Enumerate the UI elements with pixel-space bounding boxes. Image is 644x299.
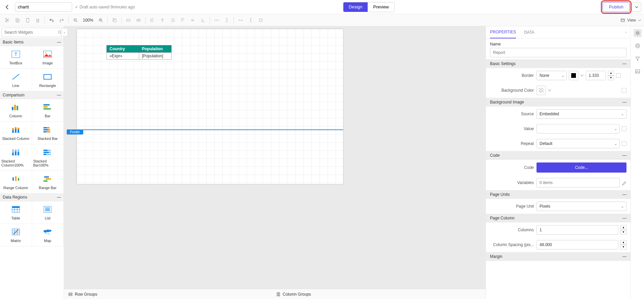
widget-range-bar[interactable]: Range Bar: [32, 171, 64, 193]
delete-icon[interactable]: [33, 16, 42, 25]
collapse-widgets-button[interactable]: ‹: [61, 28, 68, 36]
widget-group-data-regions[interactable]: Data Regions—: [0, 193, 64, 201]
edit-icon[interactable]: [622, 180, 626, 185]
align-middle-icon[interactable]: [188, 16, 197, 25]
align-center-icon[interactable]: [158, 16, 167, 25]
copy-icon[interactable]: [13, 16, 22, 25]
rectangle-icon: [42, 72, 53, 82]
columns-input[interactable]: [536, 225, 618, 235]
repeat-advanced-toggle[interactable]: [622, 141, 626, 146]
section-margin[interactable]: Margin—: [486, 252, 631, 261]
border-width-spinner[interactable]: ▲▼: [608, 71, 614, 80]
size-height-icon[interactable]: [246, 16, 255, 25]
search-widgets-input[interactable]: [1, 28, 66, 37]
table-cell-expr[interactable]: «Expr»: [107, 53, 139, 60]
widget-column[interactable]: Column: [0, 99, 32, 122]
section-page-column[interactable]: Page Column—: [486, 214, 631, 222]
database-icon[interactable]: [634, 42, 642, 50]
zoom-out-icon[interactable]: [71, 16, 80, 25]
widget-matrix[interactable]: Matrix: [0, 224, 32, 246]
widget-group-comparison[interactable]: Comparison—: [0, 91, 64, 99]
design-canvas[interactable]: Country Population «Expr» [Population] F…: [64, 26, 486, 289]
distribute-v-icon[interactable]: [222, 16, 232, 25]
widget-image[interactable]: Image: [32, 46, 64, 69]
widget-textbox[interactable]: T TextBox: [0, 46, 32, 69]
widget-group-basic[interactable]: Basic Items—: [0, 38, 64, 46]
align-top-icon[interactable]: [178, 16, 187, 25]
widget-line[interactable]: Line: [0, 69, 32, 91]
border-width-input[interactable]: [586, 71, 606, 80]
table-header-country[interactable]: Country: [107, 46, 139, 53]
widget-stacked-bar-100[interactable]: Stacked Bar100%: [32, 144, 64, 171]
value-advanced-toggle[interactable]: [622, 126, 626, 131]
undo-icon[interactable]: [47, 16, 56, 25]
border-advanced-toggle[interactable]: [616, 73, 621, 78]
footer-divider[interactable]: [77, 129, 343, 130]
widget-stacked-column-100[interactable]: Stacked Column100%: [0, 144, 32, 171]
tab-properties[interactable]: PROPERTIES: [490, 26, 516, 38]
size-width-icon[interactable]: [236, 16, 245, 25]
publish-button[interactable]: Publish: [603, 2, 630, 12]
report-table[interactable]: Country Population «Expr» [Population]: [106, 45, 172, 60]
merge-icon[interactable]: [124, 16, 133, 25]
distribute-h-icon[interactable]: [212, 16, 221, 25]
border-style-select[interactable]: None: [536, 71, 567, 80]
zoom-in-icon[interactable]: [96, 16, 105, 25]
cut-icon[interactable]: [3, 16, 12, 25]
value-select[interactable]: [536, 124, 620, 133]
svg-rect-24: [43, 104, 50, 106]
bgcolor-swatch[interactable]: [536, 86, 546, 95]
filter-icon[interactable]: [634, 55, 642, 63]
paste-icon[interactable]: [23, 16, 32, 25]
section-basic-settings[interactable]: Basic Settings—: [486, 59, 631, 68]
widget-rectangle[interactable]: Rectangle: [32, 69, 64, 91]
repeat-select[interactable]: Default: [536, 139, 620, 148]
bgcolor-advanced-toggle[interactable]: [622, 88, 626, 93]
pageunit-select[interactable]: Pixels: [536, 202, 626, 211]
split-icon[interactable]: [134, 16, 143, 25]
widget-map[interactable]: Map: [32, 224, 64, 246]
redo-icon[interactable]: [57, 16, 66, 25]
table-header-population[interactable]: Population: [139, 46, 172, 53]
widget-table[interactable]: Table: [0, 201, 32, 224]
code-button[interactable]: Code...: [536, 162, 626, 173]
section-background-image[interactable]: Background Image—: [486, 98, 631, 107]
section-code[interactable]: Code—: [486, 151, 631, 160]
size-both-icon[interactable]: [256, 16, 266, 25]
widget-bar[interactable]: Bar: [32, 99, 64, 122]
design-tab[interactable]: Design: [343, 2, 368, 12]
variables-input[interactable]: [536, 178, 620, 187]
colspacing-input[interactable]: [536, 240, 618, 249]
name-input[interactable]: [490, 48, 626, 57]
send-back-icon[interactable]: [110, 16, 119, 25]
table-cell-population[interactable]: [Population]: [139, 53, 172, 60]
chevron-down-icon[interactable]: [580, 74, 584, 77]
widget-stacked-bar[interactable]: Stacked Bar: [32, 122, 64, 144]
align-left-icon[interactable]: [148, 16, 157, 25]
align-bottom-icon[interactable]: [198, 16, 208, 25]
gear-icon[interactable]: [634, 29, 642, 37]
chevron-down-icon[interactable]: [638, 19, 641, 22]
preview-tab[interactable]: Preview: [368, 2, 394, 12]
back-button[interactable]: [3, 2, 12, 12]
colspacing-spinner[interactable]: ▲▼: [620, 240, 626, 249]
columns-spinner[interactable]: ▲▼: [620, 225, 626, 235]
footer-tag[interactable]: Footer: [67, 129, 83, 134]
report-title-input[interactable]: [15, 2, 72, 12]
chevron-down-icon[interactable]: [548, 89, 551, 92]
report-page[interactable]: Country Population «Expr» [Population] F…: [77, 29, 343, 184]
widget-stacked-column[interactable]: Stacked Column: [0, 122, 32, 144]
widget-range-column[interactable]: Range Column: [0, 171, 32, 193]
view-label[interactable]: View: [627, 18, 636, 23]
expand-panel-icon[interactable]: ›: [625, 30, 626, 34]
column-groups[interactable]: Column Groups: [272, 292, 315, 297]
publish-dropdown[interactable]: [632, 2, 641, 12]
align-right-icon[interactable]: [168, 16, 177, 25]
widget-list[interactable]: List: [32, 201, 64, 224]
source-select[interactable]: Embedded: [536, 109, 626, 119]
tab-data[interactable]: DATA: [524, 27, 534, 38]
section-page-units[interactable]: Page Units—: [486, 190, 631, 199]
image-settings-icon[interactable]: [634, 67, 642, 76]
border-color-swatch[interactable]: [569, 71, 578, 80]
row-groups[interactable]: Row Groups: [64, 292, 101, 297]
